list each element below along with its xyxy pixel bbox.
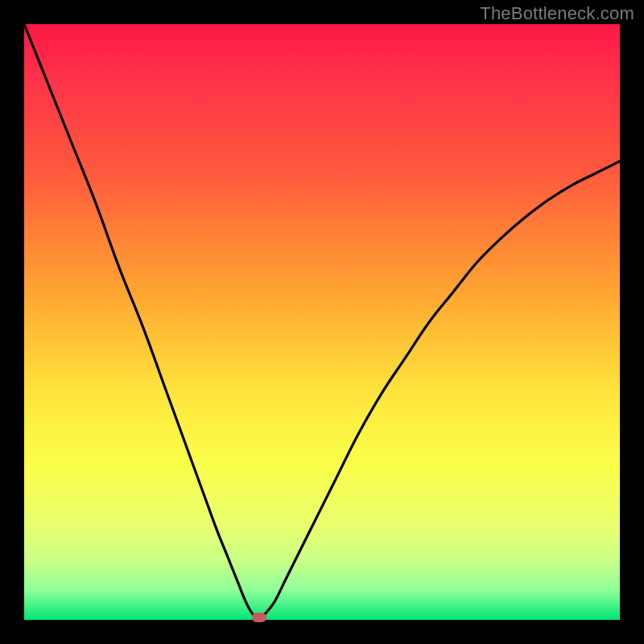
right-branch-curve (262, 161, 620, 617)
bottleneck-marker (252, 613, 266, 622)
left-branch-curve (24, 24, 255, 617)
watermark-text: TheBottleneck.com (480, 3, 634, 24)
plot-area (24, 24, 620, 620)
curve-layer (24, 24, 620, 620)
chart-frame: TheBottleneck.com (0, 0, 644, 644)
